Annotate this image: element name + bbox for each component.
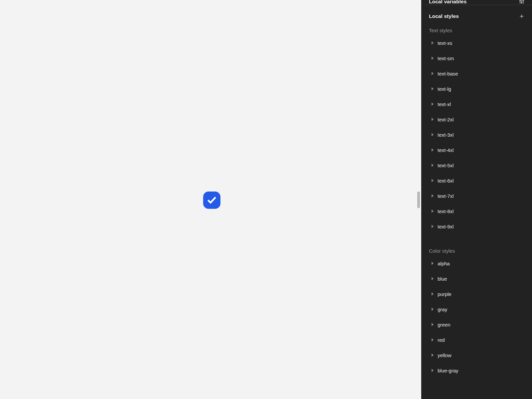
color-style-row[interactable]: purple <box>422 286 532 302</box>
chevron-right-icon[interactable] <box>432 353 434 357</box>
chevron-right-icon[interactable] <box>432 87 434 90</box>
color-styles-label: Color styles <box>422 241 532 256</box>
text-style-row[interactable]: text-3xl <box>422 127 532 142</box>
color-style-row[interactable]: green <box>422 317 532 332</box>
text-style-row[interactable]: text-9xl <box>422 219 532 234</box>
text-style-label: text-4xl <box>438 147 454 153</box>
chevron-right-icon[interactable] <box>432 133 434 136</box>
text-style-label: text-5xl <box>438 163 454 168</box>
text-style-label: text-xl <box>438 101 451 107</box>
text-style-row[interactable]: text-lg <box>422 81 532 96</box>
color-style-label: blue <box>438 276 447 282</box>
text-style-label: text-xs <box>438 40 452 46</box>
local-variables-title: Local variables <box>429 0 467 5</box>
text-style-label: text-8xl <box>438 208 454 214</box>
color-style-row[interactable]: blue-gray <box>422 363 532 378</box>
chevron-right-icon[interactable] <box>432 369 434 372</box>
svg-point-3 <box>520 0 521 1</box>
text-styles-list: text-xstext-smtext-basetext-lgtext-xltex… <box>422 35 532 234</box>
color-style-label: gray <box>438 307 447 312</box>
chevron-right-icon[interactable] <box>432 118 434 121</box>
text-style-row[interactable]: text-8xl <box>422 203 532 219</box>
color-style-label: green <box>438 322 450 328</box>
color-style-row[interactable]: red <box>422 332 532 347</box>
color-style-label: yellow <box>438 352 452 358</box>
chevron-right-icon[interactable] <box>432 148 434 152</box>
text-style-row[interactable]: text-xl <box>422 96 532 112</box>
text-style-label: text-sm <box>438 56 454 61</box>
text-style-row[interactable]: text-5xl <box>422 158 532 173</box>
color-style-row[interactable]: blue <box>422 271 532 286</box>
text-style-label: text-2xl <box>438 117 454 122</box>
color-style-label: red <box>438 337 445 343</box>
settings-sliders-icon[interactable] <box>519 0 525 5</box>
chevron-right-icon[interactable] <box>432 164 434 167</box>
text-style-row[interactable]: text-xs <box>422 35 532 51</box>
text-style-label: text-3xl <box>438 132 454 138</box>
canvas-scrollbar[interactable] <box>417 192 420 208</box>
chevron-right-icon[interactable] <box>432 179 434 182</box>
local-styles-header[interactable]: Local styles <box>422 5 532 28</box>
chevron-right-icon[interactable] <box>432 225 434 228</box>
text-style-row[interactable]: text-sm <box>422 51 532 66</box>
chevron-right-icon[interactable] <box>432 209 434 213</box>
text-style-row[interactable]: text-4xl <box>422 142 532 158</box>
checkmark-icon <box>207 195 217 205</box>
local-styles-section: Local styles Text styles text-xstext-smt… <box>422 5 532 378</box>
color-styles-list: alphabluepurplegraygreenredyellowblue-gr… <box>422 256 532 378</box>
design-panel: Local variables Local styles Text styles… <box>421 0 532 399</box>
chevron-right-icon[interactable] <box>432 102 434 106</box>
chevron-right-icon[interactable] <box>432 57 434 60</box>
color-style-row[interactable]: gray <box>422 302 532 317</box>
text-style-row[interactable]: text-base <box>422 66 532 81</box>
text-style-row[interactable]: text-6xl <box>422 173 532 188</box>
svg-point-5 <box>523 0 524 1</box>
chevron-right-icon[interactable] <box>432 323 434 326</box>
canvas[interactable] <box>0 0 421 399</box>
local-variables-section: Local variables <box>422 0 532 5</box>
color-style-label: alpha <box>438 261 450 266</box>
chevron-right-icon[interactable] <box>432 262 434 265</box>
chevron-right-icon[interactable] <box>432 194 434 198</box>
svg-point-4 <box>521 2 522 3</box>
text-style-label: text-6xl <box>438 178 454 184</box>
text-style-label: text-base <box>438 71 458 76</box>
chevron-right-icon[interactable] <box>432 277 434 280</box>
text-style-label: text-9xl <box>438 224 454 229</box>
local-variables-header[interactable]: Local variables <box>422 0 532 5</box>
local-styles-title: Local styles <box>429 13 459 19</box>
color-style-row[interactable]: yellow <box>422 347 532 363</box>
text-style-label: text-lg <box>438 86 451 92</box>
chevron-right-icon[interactable] <box>432 338 434 341</box>
text-style-row[interactable]: text-2xl <box>422 112 532 127</box>
text-styles-label: Text styles <box>422 28 532 35</box>
chevron-right-icon[interactable] <box>432 308 434 311</box>
color-style-label: blue-gray <box>438 368 459 373</box>
text-style-row[interactable]: text-7xl <box>422 188 532 203</box>
chevron-right-icon[interactable] <box>432 72 434 75</box>
checkmark-badge[interactable] <box>203 192 220 209</box>
color-style-row[interactable]: alpha <box>422 256 532 271</box>
text-style-label: text-7xl <box>438 193 454 199</box>
chevron-right-icon[interactable] <box>432 41 434 45</box>
color-style-label: purple <box>438 291 452 297</box>
plus-icon[interactable] <box>519 13 525 19</box>
chevron-right-icon[interactable] <box>432 292 434 296</box>
